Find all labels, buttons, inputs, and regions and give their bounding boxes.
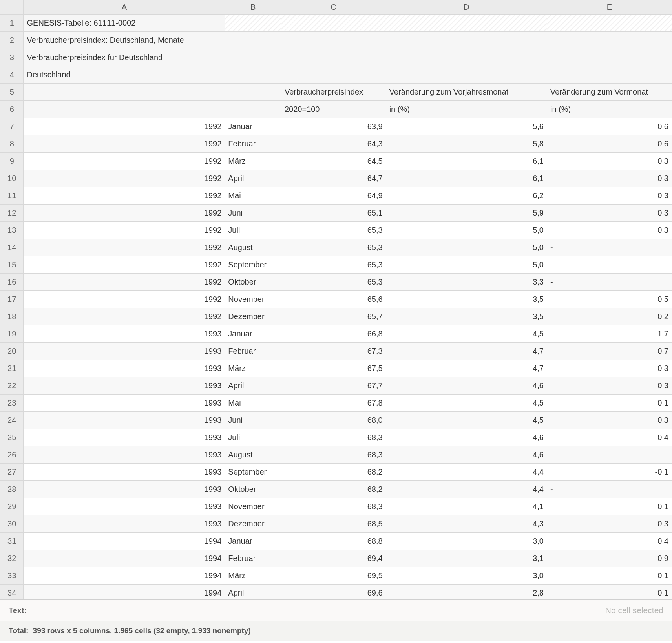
cell[interactable]	[225, 15, 281, 32]
col-header-A[interactable]: A	[24, 0, 225, 15]
cell[interactable]: 0,3	[547, 222, 672, 239]
cell[interactable]: 0,3	[547, 360, 672, 377]
cell[interactable]: 1993	[24, 515, 225, 533]
row-header[interactable]: 1	[0, 15, 24, 32]
cell[interactable]: Januar	[225, 533, 281, 550]
cell[interactable]	[281, 32, 386, 49]
cell[interactable]: August	[225, 446, 281, 464]
cell[interactable]	[386, 66, 547, 84]
cell[interactable]: September	[225, 256, 281, 274]
cell[interactable]	[547, 49, 672, 66]
cell[interactable]: 67,5	[281, 360, 386, 377]
cell[interactable]: 5,0	[386, 222, 547, 239]
cell[interactable]: -0,1	[547, 464, 672, 481]
cell[interactable]	[281, 15, 386, 32]
cell[interactable]: 68,3	[281, 429, 386, 446]
row-header[interactable]: 17	[0, 291, 24, 308]
cell[interactable]: 1993	[24, 481, 225, 498]
cell[interactable]: 67,7	[281, 377, 386, 395]
cell[interactable]: April	[225, 377, 281, 395]
cell[interactable]: 1993	[24, 395, 225, 412]
cell[interactable]: Verbraucherpreisindex für Deutschland	[24, 49, 225, 66]
cell[interactable]: 1992	[24, 153, 225, 170]
cell[interactable]: 64,3	[281, 135, 386, 153]
cell[interactable]: -	[547, 256, 672, 274]
cell[interactable]	[24, 101, 225, 118]
cell[interactable]: 6,1	[386, 153, 547, 170]
cell[interactable]: 64,7	[281, 170, 386, 187]
cell[interactable]: Februar	[225, 135, 281, 153]
cell[interactable]: Oktober	[225, 274, 281, 291]
cell[interactable]: 1992	[24, 239, 225, 256]
row-header[interactable]: 29	[0, 498, 24, 515]
cell[interactable]: 1992	[24, 187, 225, 205]
cell[interactable]: 1994	[24, 550, 225, 567]
cell[interactable]: 4,7	[386, 343, 547, 360]
cell[interactable]: 0,3	[547, 515, 672, 533]
row-header[interactable]: 18	[0, 308, 24, 325]
cell[interactable]: 65,6	[281, 291, 386, 308]
cell[interactable]: 1992	[24, 274, 225, 291]
spreadsheet-scroll[interactable]: A B C D E 1GENESIS-Tabelle: 61111-00022V…	[0, 0, 672, 600]
cell[interactable]: 1992	[24, 170, 225, 187]
row-header[interactable]: 28	[0, 481, 24, 498]
cell[interactable]: 1993	[24, 429, 225, 446]
row-header[interactable]: 21	[0, 360, 24, 377]
cell[interactable]: September	[225, 464, 281, 481]
cell[interactable]: 68,3	[281, 446, 386, 464]
row-header[interactable]: 27	[0, 464, 24, 481]
cell[interactable]: 0,1	[547, 498, 672, 515]
cell[interactable]: 67,8	[281, 395, 386, 412]
cell[interactable]: 3,5	[386, 308, 547, 325]
cell[interactable]: 1994	[24, 533, 225, 550]
cell[interactable]: 1994	[24, 585, 225, 600]
cell[interactable]: 0,1	[547, 585, 672, 600]
cell[interactable]: 0,2	[547, 308, 672, 325]
cell[interactable]: 65,3	[281, 239, 386, 256]
cell[interactable]	[547, 15, 672, 32]
cell[interactable]: 4,5	[386, 325, 547, 343]
cell[interactable]: 64,9	[281, 187, 386, 205]
row-header[interactable]: 33	[0, 567, 24, 585]
cell[interactable]: 1992	[24, 135, 225, 153]
cell[interactable]: 0,3	[547, 377, 672, 395]
cell[interactable]: Dezember	[225, 515, 281, 533]
cell[interactable]: in (%)	[547, 101, 672, 118]
cell[interactable]: Juni	[225, 412, 281, 429]
cell[interactable]: 0,1	[547, 395, 672, 412]
cell[interactable]: 2,8	[386, 585, 547, 600]
cell[interactable]: 1992	[24, 118, 225, 135]
cell[interactable]: 68,0	[281, 412, 386, 429]
cell[interactable]: -	[547, 239, 672, 256]
corner-cell[interactable]	[0, 0, 24, 15]
cell[interactable]: Januar	[225, 118, 281, 135]
cell[interactable]: März	[225, 153, 281, 170]
cell[interactable]: 1993	[24, 360, 225, 377]
cell[interactable]: 0,9	[547, 550, 672, 567]
cell[interactable]: 0,3	[547, 187, 672, 205]
row-header[interactable]: 32	[0, 550, 24, 567]
cell[interactable]	[225, 101, 281, 118]
cell[interactable]: 3,0	[386, 533, 547, 550]
cell[interactable]: -	[547, 481, 672, 498]
col-header-B[interactable]: B	[225, 0, 281, 15]
row-header[interactable]: 5	[0, 84, 24, 101]
cell[interactable]	[225, 49, 281, 66]
row-header[interactable]: 4	[0, 66, 24, 84]
cell[interactable]: 65,1	[281, 205, 386, 222]
cell[interactable]: 68,2	[281, 481, 386, 498]
cell[interactable]: 4,7	[386, 360, 547, 377]
row-header[interactable]: 2	[0, 32, 24, 49]
cell[interactable]: Juni	[225, 205, 281, 222]
cell[interactable]: 4,6	[386, 429, 547, 446]
cell[interactable]: 1994	[24, 567, 225, 585]
cell[interactable]: 3,3	[386, 274, 547, 291]
cell[interactable]: 0,5	[547, 291, 672, 308]
cell[interactable]: 0,7	[547, 343, 672, 360]
cell[interactable]: 4,4	[386, 481, 547, 498]
cell[interactable]: 3,1	[386, 550, 547, 567]
cell[interactable]: Veränderung zum Vormonat	[547, 84, 672, 101]
cell[interactable]	[225, 84, 281, 101]
cell[interactable]: 65,7	[281, 308, 386, 325]
cell[interactable]: März	[225, 567, 281, 585]
